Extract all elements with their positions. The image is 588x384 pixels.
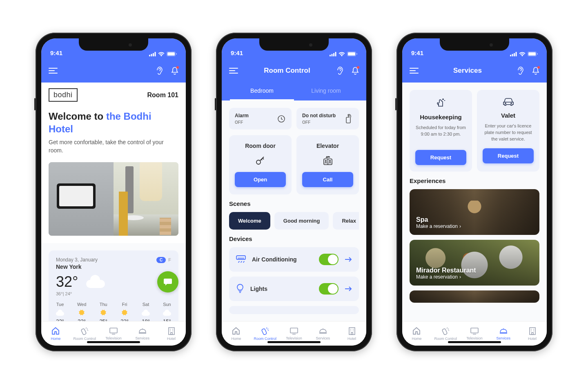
svg-rect-2 <box>153 53 154 56</box>
clock-icon <box>277 114 286 123</box>
svg-rect-5 <box>167 52 175 56</box>
open-door-button[interactable]: Open <box>235 172 286 187</box>
page-title: Services <box>419 67 517 75</box>
forecast-day: Fri22° <box>120 302 129 321</box>
scene-good-morning[interactable]: Good morning <box>274 212 329 230</box>
tab-bedroom[interactable]: Bedroom <box>230 83 294 100</box>
svg-point-33 <box>256 160 261 164</box>
experiences-heading: Experiences <box>410 177 539 184</box>
status-time: 9:41 <box>231 49 243 56</box>
ac-toggle[interactable] <box>319 254 339 265</box>
scene-welcome[interactable]: Welcome <box>229 212 270 230</box>
scene-relax[interactable]: Relax <box>333 212 359 230</box>
valet-card: Valet Enter your car's licence plate num… <box>477 90 539 172</box>
lights-toggle[interactable] <box>319 283 339 295</box>
svg-point-63 <box>505 103 506 104</box>
room-tabs: Bedroom Living room <box>222 83 366 100</box>
chat-fab[interactable] <box>157 271 178 292</box>
forecast-day: Sat18° <box>142 302 150 321</box>
notch <box>79 38 148 51</box>
bell-icon[interactable] <box>171 67 178 75</box>
experience-restaurant[interactable]: Mirador Restaurant Make a reservation› <box>410 240 539 286</box>
svg-rect-3 <box>155 52 156 56</box>
experience-more[interactable] <box>410 290 539 303</box>
tab-living-room[interactable]: Living room <box>294 83 358 100</box>
app-bar: Room Control <box>222 59 366 83</box>
hand-sparkle-icon <box>435 97 447 109</box>
car-icon <box>502 97 514 108</box>
signal-icon <box>149 52 156 56</box>
alarm-card[interactable]: AlarmOFF <box>229 108 292 129</box>
chevron-right-icon[interactable] <box>344 286 352 292</box>
forecast-day: Wed32° <box>77 302 86 321</box>
svg-rect-47 <box>349 328 355 335</box>
unit-celsius[interactable]: C <box>156 257 166 263</box>
device-ac[interactable]: Air Conditioning <box>229 247 359 272</box>
svg-rect-10 <box>81 328 87 335</box>
devices-heading: Devices <box>229 235 359 242</box>
assistant-icon[interactable] <box>517 66 524 75</box>
tab-home[interactable]: Home <box>222 321 251 346</box>
scenes-heading: Scenes <box>229 200 359 207</box>
tab-home[interactable]: Home <box>402 321 431 346</box>
chevron-right-icon: › <box>459 223 461 229</box>
svg-rect-11 <box>110 328 117 333</box>
home-indicator <box>267 341 321 343</box>
door-hanger-icon <box>345 114 353 124</box>
battery-icon <box>167 51 177 56</box>
call-elevator-button[interactable]: Call <box>302 172 353 187</box>
chevron-right-icon[interactable] <box>344 257 352 262</box>
svg-rect-54 <box>512 54 513 56</box>
tab-hotel[interactable]: Hotel <box>518 321 547 346</box>
svg-rect-38 <box>236 256 245 259</box>
bell-icon[interactable] <box>532 67 539 75</box>
room-header: bodhi Room 101 <box>49 88 178 102</box>
svg-rect-22 <box>332 54 333 56</box>
cloud-icon <box>86 276 105 288</box>
svg-rect-15 <box>169 328 174 335</box>
bell-icon[interactable] <box>352 67 359 75</box>
menu-icon[interactable] <box>49 68 58 74</box>
menu-icon[interactable] <box>229 68 238 74</box>
forecast-row: Tue22° Wed32° Thu25° Fri22° Sat18° Sun15… <box>56 302 171 321</box>
request-housekeeping-button[interactable]: Request <box>415 150 466 165</box>
assistant-icon[interactable] <box>156 66 163 75</box>
svg-rect-52 <box>351 333 353 335</box>
tab-home[interactable]: Home <box>41 321 70 346</box>
device-lights[interactable]: Lights <box>229 277 359 301</box>
room-number: Room 101 <box>147 92 178 99</box>
device-more[interactable] <box>229 306 359 314</box>
menu-icon[interactable] <box>410 68 419 74</box>
svg-rect-70 <box>530 328 535 335</box>
svg-rect-43 <box>290 328 298 333</box>
svg-rect-27 <box>356 53 357 55</box>
forecast-day: Sun15° <box>163 302 171 321</box>
weather-date: Monday 3, January <box>56 257 98 263</box>
status-icons <box>330 51 357 56</box>
svg-rect-6 <box>176 53 177 55</box>
svg-rect-26 <box>348 52 355 56</box>
assistant-icon[interactable] <box>336 66 343 75</box>
tab-hotel[interactable]: Hotel <box>157 321 186 346</box>
phone-room-control: 9:41 Room Control Bedroom Living room <box>216 33 372 351</box>
phone-services: 9:41 Services Housekeeping Sch <box>396 33 552 351</box>
ac-icon <box>236 255 246 264</box>
page-title: Room Control <box>238 67 336 75</box>
logo: bodhi <box>49 88 78 102</box>
room-photo <box>49 162 178 236</box>
unit-fahrenheit[interactable]: F <box>168 257 171 262</box>
dnd-card[interactable]: Do not disturbOFF <box>296 108 359 129</box>
svg-rect-58 <box>528 52 536 56</box>
notch <box>259 38 329 51</box>
temp-unit-toggle[interactable]: C F <box>156 257 171 263</box>
request-valet-button[interactable]: Request <box>483 148 534 163</box>
svg-rect-65 <box>442 328 448 335</box>
experience-spa[interactable]: Spa Make a reservation› <box>410 189 539 235</box>
home-indicator <box>87 341 140 343</box>
tab-hotel[interactable]: Hotel <box>337 321 366 346</box>
svg-rect-23 <box>333 53 334 56</box>
svg-rect-0 <box>149 55 150 56</box>
app-bar: Services <box>402 59 547 83</box>
svg-rect-55 <box>514 53 515 56</box>
current-temp: 32° <box>56 273 78 290</box>
